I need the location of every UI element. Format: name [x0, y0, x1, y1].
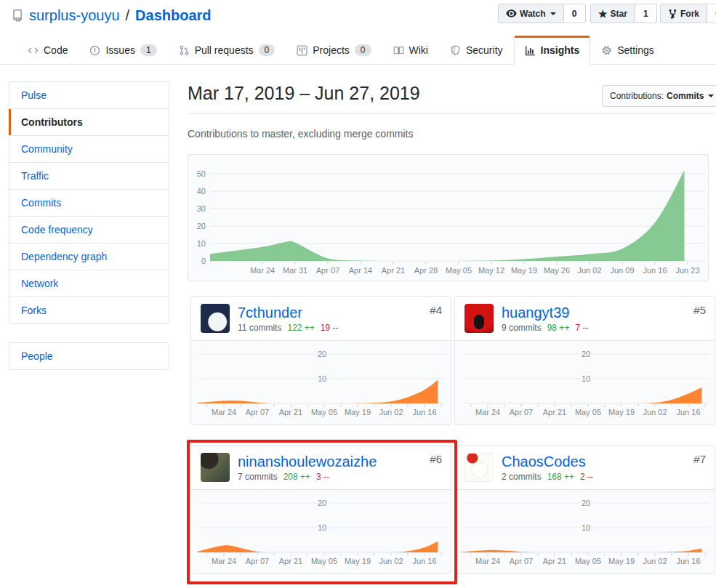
commit-count[interactable]: 9 commits [502, 323, 542, 333]
star-label: Star [611, 9, 627, 19]
shield-icon [450, 45, 461, 56]
svg-text:Jun 02: Jun 02 [379, 408, 403, 416]
svg-text:Mar 24: Mar 24 [475, 408, 500, 416]
sidebar-item-code-frequency[interactable]: Code frequency [9, 216, 169, 243]
avatar[interactable] [464, 304, 494, 333]
contributions-subtitle: Contributions to master, excluding merge… [188, 128, 413, 140]
svg-text:10: 10 [582, 374, 590, 383]
contributor-stats: 9 commits 98 ++ 7 -- [502, 323, 706, 333]
sidebar-item-community[interactable]: Community [9, 135, 169, 162]
fork-count[interactable]: 0 [707, 4, 716, 23]
svg-text:May 19: May 19 [511, 266, 537, 275]
contributor-card-chaoscodes: ChaosCodes #7 2 commits 168 ++ 2 -- 1020… [454, 445, 715, 574]
commit-count[interactable]: 7 commits [238, 472, 278, 482]
watch-count[interactable]: 0 [564, 4, 586, 23]
avatar[interactable] [201, 304, 230, 333]
svg-text:Jun 09: Jun 09 [610, 266, 634, 275]
svg-text:Mar 31: Mar 31 [283, 266, 307, 275]
svg-text:May 05: May 05 [311, 408, 337, 416]
pull-requests-counter: 0 [259, 44, 275, 56]
deletions: 3 -- [316, 472, 329, 482]
svg-text:Apr 21: Apr 21 [279, 557, 302, 565]
svg-text:Apr 07: Apr 07 [510, 557, 533, 565]
contributor-name-link[interactable]: huangyt39 [502, 304, 569, 321]
tab-wiki[interactable]: Wiki [382, 36, 439, 65]
tab-security[interactable]: Security [439, 36, 514, 65]
contributor-name-link[interactable]: 7cthunder [238, 304, 302, 321]
tab-code[interactable]: Code [17, 36, 79, 65]
sidebar-item-contributors[interactable]: Contributors [9, 108, 169, 135]
star-group: ★ Star 1 [590, 4, 657, 23]
sidebar-item-forks[interactable]: Forks [9, 297, 169, 323]
sidebar-item-network[interactable]: Network [9, 270, 169, 297]
additions: 168 ++ [547, 472, 574, 482]
svg-text:May 26: May 26 [544, 266, 570, 275]
contributor-mini-chart: 1020Mar 24Apr 07Apr 21May 05May 19Jun 02… [191, 489, 451, 573]
commit-count[interactable]: 11 commits [238, 323, 281, 333]
svg-text:50: 50 [197, 169, 206, 178]
star-button[interactable]: ★ Star [590, 4, 635, 23]
deletions: 19 -- [321, 323, 339, 333]
svg-text:Mar 24: Mar 24 [212, 557, 236, 565]
breadcrumb-separator: / [126, 7, 130, 24]
additions: 98 ++ [547, 323, 570, 333]
watch-button[interactable]: Watch [498, 4, 564, 23]
svg-text:10: 10 [197, 239, 206, 248]
tab-settings[interactable]: Settings [590, 36, 665, 65]
contributor-card-7cthunder: 7cthunder #4 11 commits 122 ++ 19 -- 102… [190, 296, 451, 425]
pull-request-icon [179, 45, 190, 56]
avatar[interactable] [464, 453, 494, 482]
commit-count[interactable]: 2 commits [502, 472, 542, 482]
contributor-rank: #7 [693, 453, 706, 465]
svg-text:20: 20 [582, 499, 590, 507]
svg-text:Jun 02: Jun 02 [577, 266, 601, 275]
svg-text:Apr 28: Apr 28 [414, 266, 438, 275]
contributor-rank: #4 [430, 304, 442, 316]
svg-text:40: 40 [197, 187, 206, 196]
tab-projects[interactable]: Projects 0 [286, 36, 382, 65]
contributor-rank: #6 [430, 453, 442, 465]
star-count[interactable]: 1 [635, 4, 657, 23]
svg-text:May 05: May 05 [575, 408, 601, 416]
card-header: huangyt39 #5 9 commits 98 ++ 7 -- [455, 297, 715, 340]
people-sidebar: People [9, 342, 169, 370]
additions: 208 ++ [283, 472, 310, 482]
svg-text:May 05: May 05 [575, 557, 601, 565]
date-range-title: Mar 17, 2019 – Jun 27, 2019 [188, 83, 420, 104]
contributor-name-link[interactable]: ninanshoulewozaizhe [238, 453, 377, 470]
sidebar-item-traffic[interactable]: Traffic [9, 162, 169, 189]
card-header: 7cthunder #4 11 commits 122 ++ 19 -- [191, 297, 451, 340]
issue-icon [89, 45, 100, 56]
svg-text:Apr 07: Apr 07 [510, 408, 533, 416]
contributor-name-link[interactable]: ChaosCodes [502, 453, 586, 470]
tab-pull-requests[interactable]: Pull requests 0 [168, 36, 286, 65]
svg-text:Mar 24: Mar 24 [475, 557, 500, 565]
sidebar-item-people[interactable]: People [9, 343, 169, 369]
svg-text:Apr 21: Apr 21 [382, 266, 405, 275]
svg-text:20: 20 [582, 350, 590, 358]
contributions-filter-button[interactable]: Contributions: Commits [602, 85, 716, 107]
svg-text:Apr 21: Apr 21 [543, 557, 566, 565]
contributor-stats: 2 commits 168 ++ 2 -- [502, 472, 706, 482]
repo-tabnav: Code Issues 1 Pull requests 0 Projects 0… [0, 34, 716, 65]
tab-settings-label: Settings [617, 44, 654, 56]
tab-insights[interactable]: Insights [514, 36, 591, 65]
repo-owner-link[interactable]: surplus-youyu [29, 7, 120, 24]
sidebar-item-commits[interactable]: Commits [9, 189, 169, 216]
repo-icon [11, 9, 23, 22]
repo-name-link[interactable]: Dashboard [135, 7, 211, 24]
sidebar-item-pulse[interactable]: Pulse [9, 82, 169, 108]
repo-header: surplus-youyu / Dashboard Watch 0 ★ Star… [0, 0, 716, 34]
svg-text:Jun 02: Jun 02 [643, 557, 667, 565]
repo-title: surplus-youyu / Dashboard [11, 7, 212, 24]
commit-activity-chart: 01020304050Mar 24Mar 31Apr 07Apr 14Apr 2… [188, 154, 709, 281]
sidebar-item-dependency-graph[interactable]: Dependency graph [9, 243, 169, 270]
fork-button[interactable]: Fork [660, 4, 707, 23]
svg-text:May 05: May 05 [311, 557, 337, 565]
svg-text:Apr 14: Apr 14 [349, 266, 372, 275]
tab-issues[interactable]: Issues 1 [79, 36, 167, 65]
avatar[interactable] [201, 453, 230, 482]
svg-text:Jun 16: Jun 16 [676, 408, 700, 416]
svg-text:Apr 07: Apr 07 [246, 408, 269, 416]
svg-text:Jun 16: Jun 16 [676, 557, 700, 565]
